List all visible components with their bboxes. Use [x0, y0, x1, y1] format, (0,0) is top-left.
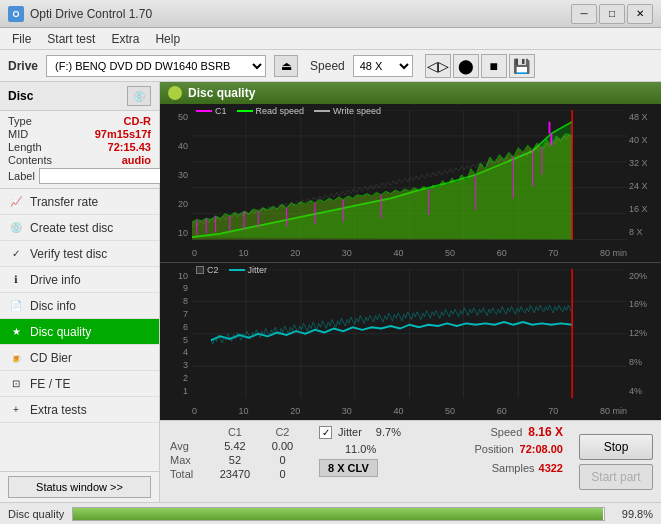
- stats-table: C1 C2 Avg 5.42 0.00 Max 52 0: [160, 421, 311, 502]
- transfer-rate-icon: 📈: [8, 194, 24, 210]
- menu-help[interactable]: Help: [147, 30, 188, 48]
- disc-label-key: Label: [8, 170, 35, 182]
- speed-select[interactable]: 48 X 40 X 32 X 24 X 16 X 8 X: [353, 55, 413, 77]
- legend-c2-label: C2: [207, 265, 219, 275]
- yr2-20: 20%: [629, 271, 647, 281]
- x2-0: 0: [192, 406, 197, 416]
- total-label: Total: [168, 467, 208, 481]
- disc-type-label: Type: [8, 115, 32, 127]
- legend-write-color: [314, 110, 330, 112]
- x2-30: 30: [342, 406, 352, 416]
- sidebar-item-transfer-rate[interactable]: 📈 Transfer rate: [0, 189, 159, 215]
- sidebar-item-extra-tests[interactable]: + Extra tests: [0, 397, 159, 423]
- jitter-checkbox[interactable]: ✓: [319, 426, 332, 439]
- right-controls: ✓ Jitter 9.7% Speed 8.16 X 11.0% Positio…: [311, 421, 571, 502]
- menu-bar: File Start test Extra Help: [0, 28, 661, 50]
- toolbar-btn-3[interactable]: ■: [481, 54, 507, 78]
- status-window-button[interactable]: Status window >>: [8, 476, 151, 498]
- x1-20: 20: [290, 248, 300, 258]
- samples-label: Samples: [492, 462, 535, 474]
- jitter-row: ✓ Jitter 9.7% Speed 8.16 X: [319, 425, 563, 439]
- x2-70: 70: [548, 406, 558, 416]
- legend-read-color: [237, 110, 253, 112]
- chart2-svg: [192, 269, 627, 399]
- disc-mid-row: MID 97m15s17f: [8, 128, 151, 140]
- menu-extra[interactable]: Extra: [103, 30, 147, 48]
- progress-fill: [73, 508, 603, 520]
- disc-label-input[interactable]: [39, 168, 172, 184]
- legend-c1-color: [196, 110, 212, 112]
- sidebar-item-disc-info[interactable]: 📄 Disc info: [0, 293, 159, 319]
- menu-file[interactable]: File: [4, 30, 39, 48]
- y2-8: 8: [183, 296, 188, 306]
- disc-contents-row: Contents audio: [8, 154, 151, 166]
- drive-info-icon: ℹ: [8, 272, 24, 288]
- x1-30: 30: [342, 248, 352, 258]
- menu-start-test[interactable]: Start test: [39, 30, 103, 48]
- fe-te-icon: ⊡: [8, 376, 24, 392]
- drive-label: Drive: [8, 59, 38, 73]
- speed-value-right: 8.16 X: [528, 425, 563, 439]
- legend-jitter-label: Jitter: [248, 265, 268, 275]
- disc-quality-label: Disc quality: [30, 325, 91, 339]
- toolbar-btn-1[interactable]: ◁▷: [425, 54, 451, 78]
- toolbar-btn-4[interactable]: 💾: [509, 54, 535, 78]
- disc-icon-btn[interactable]: 💿: [127, 86, 151, 106]
- legend-write-label: Write speed: [333, 106, 381, 116]
- sidebar-item-drive-info[interactable]: ℹ Drive info: [0, 267, 159, 293]
- y2-4: 4: [183, 347, 188, 357]
- chart2-container: 10 9 8 7 6 5 4 3 2 1 20% 16% 12% 8%: [160, 263, 661, 421]
- sidebar-item-fe-te[interactable]: ⊡ FE / TE: [0, 371, 159, 397]
- x1-80: 80 min: [600, 248, 627, 258]
- charts-area: 50 40 30 20 10 48 X 40 X 32 X 24 X 16 X …: [160, 104, 661, 420]
- x1-70: 70: [548, 248, 558, 258]
- sidebar-item-verify-test-disc[interactable]: ✓ Verify test disc: [0, 241, 159, 267]
- toolbar-btn-2[interactable]: ⬤: [453, 54, 479, 78]
- sidebar-item-cd-bier[interactable]: 🍺 CD Bier: [0, 345, 159, 371]
- y2-9: 9: [183, 283, 188, 293]
- y1-20: 20: [178, 199, 188, 209]
- yr2-12: 12%: [629, 328, 647, 338]
- start-part-button[interactable]: Start part: [579, 464, 653, 490]
- avg-label: Avg: [168, 439, 208, 453]
- verify-disc-label: Verify test disc: [30, 247, 107, 261]
- yr1-24x: 24 X: [629, 181, 648, 191]
- chart2-legend: C2 Jitter: [196, 265, 267, 275]
- drive-select[interactable]: (F:) BENQ DVD DD DW1640 BSRB: [46, 55, 266, 77]
- disc-quality-header-icon: [168, 86, 182, 100]
- yr1-8x: 8 X: [629, 227, 643, 237]
- position-label: Position: [474, 443, 513, 455]
- header-c2: C2: [262, 425, 303, 439]
- title-bar: O Opti Drive Control 1.70 ─ □ ✕: [0, 0, 661, 28]
- progress-bar: [72, 507, 605, 521]
- drive-info-label: Drive info: [30, 273, 81, 287]
- sidebar-item-disc-quality[interactable]: ★ Disc quality: [0, 319, 159, 345]
- header-empty: [168, 425, 208, 439]
- sidebar: Disc 💿 Type CD-R MID 97m15s17f Length 72…: [0, 82, 160, 502]
- disc-info-icon: 📄: [8, 298, 24, 314]
- speed-label-right: Speed: [490, 426, 522, 438]
- chart2-y-axis-right: 20% 16% 12% 8% 4%: [627, 269, 661, 399]
- yr2-16: 16%: [629, 299, 647, 309]
- stop-button[interactable]: Stop: [579, 434, 653, 460]
- stats-total-row: Total 23470 0: [168, 467, 303, 481]
- x2-10: 10: [239, 406, 249, 416]
- chart2-x-axis: 0 10 20 30 40 50 60 70 80 min: [192, 406, 627, 416]
- chart2-y-axis-left: 10 9 8 7 6 5 4 3 2 1: [160, 269, 192, 399]
- legend-jitter: Jitter: [229, 265, 268, 275]
- maximize-button[interactable]: □: [599, 4, 625, 24]
- close-button[interactable]: ✕: [627, 4, 653, 24]
- total-c1: 23470: [208, 467, 262, 481]
- sidebar-item-create-test-disc[interactable]: 💿 Create test disc: [0, 215, 159, 241]
- x1-50: 50: [445, 248, 455, 258]
- minimize-button[interactable]: ─: [571, 4, 597, 24]
- eject-button[interactable]: ⏏: [274, 55, 298, 77]
- yr2-4: 4%: [629, 386, 642, 396]
- legend-write-speed: Write speed: [314, 106, 381, 116]
- extra-tests-label: Extra tests: [30, 403, 87, 417]
- chart1-x-axis: 0 10 20 30 40 50 60 70 80 min: [192, 248, 627, 258]
- stats-header-row: C1 C2: [168, 425, 303, 439]
- x2-50: 50: [445, 406, 455, 416]
- legend-read-label: Read speed: [256, 106, 305, 116]
- x2-40: 40: [393, 406, 403, 416]
